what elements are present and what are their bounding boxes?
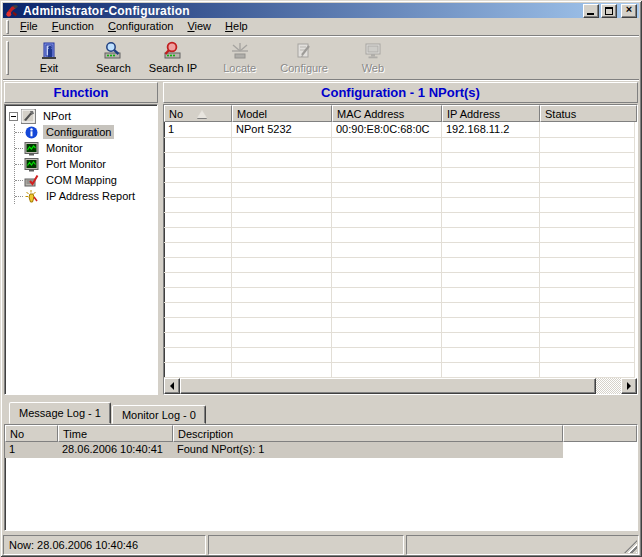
log-row[interactable]: 1 28.06.2006 10:40:41 Found NPort(s): 1 [5, 442, 637, 458]
configuration-pane: Configuration - 1 NPort(s) No Model MAC … [163, 82, 638, 395]
tree-root-label: NPort [40, 109, 74, 123]
column-label: IP Address [447, 108, 500, 120]
close-button[interactable]: × [621, 4, 637, 18]
tab-message-log[interactable]: Message Log - 1 [9, 402, 111, 424]
search-button[interactable]: Search [87, 39, 140, 77]
toolbar-button-label: Web [362, 62, 384, 74]
scroll-right-button[interactable] [621, 378, 637, 394]
tree-item-port-monitor[interactable]: Port Monitor [15, 156, 155, 172]
tree-connector [15, 164, 23, 165]
cell-ip-address: 192.168.11.2 [442, 122, 540, 138]
empty-table-row [164, 333, 637, 348]
empty-table-row [164, 363, 637, 378]
log-column-header-blank[interactable] [563, 425, 637, 442]
toolbar-grip[interactable] [6, 41, 9, 75]
column-label: Time [63, 428, 87, 440]
tree-connector [15, 148, 23, 149]
function-pane: Function NPort [4, 82, 158, 395]
status-now: Now: 28.06.2006 10:40:46 [3, 535, 206, 555]
toolbar-button-label: Configure [280, 62, 328, 74]
message-log-list: No Time Description 1 28.06.2006 10:40:4… [4, 424, 638, 531]
close-icon: × [626, 4, 632, 15]
log-column-header-time[interactable]: Time [58, 425, 173, 442]
configure-button[interactable]: Configure [271, 39, 337, 77]
menu-help[interactable]: Help [218, 18, 255, 35]
function-pane-title: Function [4, 82, 158, 103]
configure-icon [293, 41, 315, 61]
scroll-left-button[interactable] [164, 378, 180, 394]
resize-grip[interactable] [624, 540, 637, 553]
log-table-header: No Time Description [5, 425, 637, 442]
tree-connector [15, 132, 23, 133]
info-icon [24, 125, 39, 140]
toolbar: Exit Search Search IP [3, 37, 639, 80]
column-header-mac-address[interactable]: MAC Address [332, 105, 442, 122]
column-label: No [169, 108, 183, 120]
horizontal-scrollbar[interactable] [164, 378, 637, 394]
scroll-left-icon [170, 382, 174, 390]
cell-mac-address: 00:90:E8:0C:68:0C [332, 122, 442, 138]
web-icon [362, 41, 384, 61]
column-header-no[interactable]: No [164, 105, 232, 122]
toolbar-button-label: Search [96, 62, 131, 74]
toolbar-button-label: Exit [40, 62, 58, 74]
column-header-ip-address[interactable]: IP Address [442, 105, 540, 122]
menu-file[interactable]: File [13, 18, 45, 35]
menu-function[interactable]: Function [45, 18, 101, 35]
tree-item-monitor[interactable]: Monitor [15, 140, 155, 156]
app-icon [5, 3, 20, 18]
scroll-right-icon [627, 382, 631, 390]
column-header-status[interactable]: Status [540, 105, 637, 122]
log-panel: Message Log - 1 Monitor Log - 0 No Time … [3, 401, 639, 531]
cell-time: 28.06.2006 10:40:41 [58, 442, 173, 458]
search-ip-button[interactable]: Search IP [140, 39, 206, 77]
device-table-body: 1 NPort 5232 00:90:E8:0C:68:0C 192.168.1… [164, 122, 637, 378]
tree-item-configuration[interactable]: Configuration [15, 124, 155, 140]
empty-table-row [164, 318, 637, 333]
column-label: Description [178, 428, 233, 440]
tree-root-nport[interactable]: NPort [7, 108, 155, 124]
cell-no: 1 [5, 442, 58, 458]
device-listview: No Model MAC Address IP Address Status [163, 104, 638, 395]
device-table-header: No Model MAC Address IP Address Status [164, 105, 637, 122]
sort-ascending-icon [197, 110, 207, 118]
status-now-text: Now: 28.06.2006 10:40:46 [9, 539, 138, 551]
main-area: Function NPort [3, 81, 639, 395]
scrollbar-track[interactable] [596, 378, 621, 394]
tree-connector [15, 196, 23, 197]
empty-table-row [164, 138, 637, 153]
log-column-header-description[interactable]: Description [173, 425, 563, 442]
exit-icon [38, 41, 60, 61]
locate-button[interactable]: Locate [214, 39, 265, 77]
tree-item-ip-address-report[interactable]: IP Address Report [15, 188, 155, 204]
tree-item-com-mapping[interactable]: COM Mapping [15, 172, 155, 188]
maximize-button[interactable] [601, 4, 617, 18]
menubar-grip[interactable] [6, 20, 9, 34]
search-ip-icon [162, 41, 184, 61]
log-column-header-no[interactable]: No [5, 425, 58, 442]
column-label: Model [237, 108, 267, 120]
title-bar[interactable]: Administrator-Configuration × [3, 3, 639, 18]
tree-collapse-toggle[interactable] [9, 112, 18, 121]
empty-table-row [164, 168, 637, 183]
tree-connector [15, 180, 23, 181]
scrollbar-thumb[interactable] [180, 378, 596, 394]
toolbar-button-label: Locate [223, 62, 256, 74]
empty-table-row [164, 258, 637, 273]
menu-view[interactable]: View [180, 18, 218, 35]
toolbar-button-label: Search IP [149, 62, 197, 74]
web-button[interactable]: Web [351, 39, 395, 77]
column-header-model[interactable]: Model [232, 105, 332, 122]
menu-configuration[interactable]: Configuration [101, 18, 180, 35]
minimize-button[interactable] [583, 4, 599, 18]
cell-no: 1 [164, 122, 232, 138]
empty-table-row [164, 198, 637, 213]
minimize-icon [587, 13, 594, 15]
empty-table-row [164, 228, 637, 243]
tree-item-label: IP Address Report [43, 189, 138, 203]
function-tree: NPort Configuration [4, 104, 158, 395]
table-row[interactable]: 1 NPort 5232 00:90:E8:0C:68:0C 192.168.1… [164, 122, 637, 138]
exit-button[interactable]: Exit [27, 39, 71, 77]
tab-label: Message Log - 1 [19, 407, 101, 419]
tab-monitor-log[interactable]: Monitor Log - 0 [112, 405, 206, 424]
